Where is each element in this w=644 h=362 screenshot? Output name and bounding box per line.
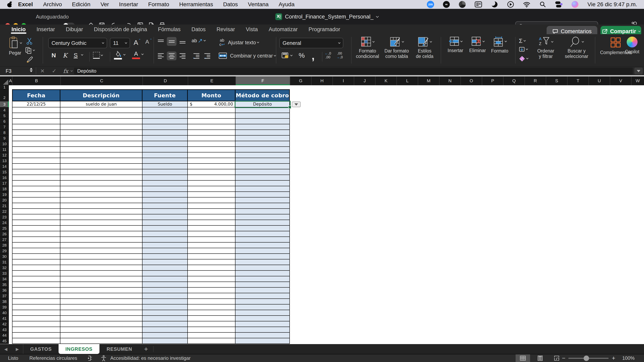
align-middle-button[interactable]	[167, 37, 176, 46]
column-header-K[interactable]: K	[375, 76, 396, 85]
row-header-7[interactable]: 7	[0, 124, 9, 130]
cell-E28[interactable]	[188, 243, 236, 248]
cell-E16[interactable]	[188, 175, 236, 181]
orientation-button[interactable]: ab	[192, 38, 206, 43]
align-bottom-button[interactable]	[178, 37, 187, 46]
decrease-decimal-button[interactable]: ,00→,0	[336, 51, 343, 59]
cell-E32[interactable]	[188, 265, 236, 271]
cell-F43[interactable]	[236, 327, 290, 333]
column-header-H[interactable]: H	[311, 76, 332, 85]
row-header-18[interactable]: 18	[0, 186, 9, 192]
zoom-level[interactable]: 100%	[622, 354, 634, 362]
cell-C42[interactable]	[60, 321, 142, 327]
cell-D38[interactable]	[142, 299, 188, 305]
font-size-select[interactable]: 11	[110, 38, 130, 48]
shrink-font-button[interactable]: Aˇ	[145, 39, 152, 45]
cell-D11[interactable]	[142, 147, 188, 152]
copy-button[interactable]	[25, 47, 34, 54]
column-header-G[interactable]: G	[290, 76, 311, 85]
ribbon-tab-inicio[interactable]: Inicio	[6, 24, 31, 34]
increase-decimal-button[interactable]: ←,0,00	[325, 51, 331, 59]
cell-F13[interactable]	[236, 158, 290, 164]
row-header-34[interactable]: 34	[0, 276, 9, 282]
row-header-25[interactable]: 25	[0, 226, 9, 231]
cell-D5[interactable]	[142, 113, 188, 119]
merge-center-button[interactable]: Combinar y centrar	[218, 52, 276, 59]
normal-view-button[interactable]	[516, 354, 530, 362]
column-header-M[interactable]: M	[418, 76, 439, 85]
cell-E23[interactable]	[188, 214, 236, 220]
cell-B26[interactable]	[12, 231, 60, 237]
font-color-button[interactable]: A	[132, 51, 143, 59]
menu-archivo[interactable]: Archivo	[38, 0, 67, 9]
cell-E33[interactable]	[188, 271, 236, 276]
cell-E7[interactable]	[188, 124, 236, 130]
zoom-in-button[interactable]: +	[612, 354, 616, 362]
align-right-button[interactable]	[178, 51, 187, 60]
cell-C36[interactable]	[60, 288, 142, 293]
copilot-button[interactable]: Copilot	[621, 37, 643, 54]
cell-E37[interactable]	[188, 293, 236, 299]
cell-E4[interactable]	[188, 107, 236, 113]
row-header-16[interactable]: 16	[0, 175, 9, 181]
cell-F26[interactable]	[236, 231, 290, 237]
expand-formula-bar-button[interactable]	[634, 67, 643, 74]
cell-E8[interactable]	[188, 130, 236, 136]
cell-C38[interactable]	[60, 299, 142, 305]
cell-C11[interactable]	[60, 147, 142, 152]
cell-F39[interactable]	[236, 305, 290, 310]
cell-B4[interactable]	[12, 107, 60, 113]
cell-B41[interactable]	[12, 316, 60, 321]
column-header-S[interactable]: S	[546, 76, 567, 85]
cell-E13[interactable]	[188, 158, 236, 164]
column-header-D[interactable]: D	[142, 76, 188, 85]
cell-C33[interactable]	[60, 271, 142, 276]
cell-E9[interactable]	[188, 136, 236, 141]
cell-D19[interactable]	[142, 192, 188, 198]
cell-C29[interactable]	[60, 248, 142, 254]
cell-E40[interactable]	[188, 310, 236, 316]
ribbon-tab-datos[interactable]: Datos	[186, 24, 211, 34]
clear-button[interactable]	[519, 55, 528, 61]
number-format-select[interactable]: General	[279, 38, 343, 48]
cell-D15[interactable]	[142, 169, 188, 175]
cut-button[interactable]	[26, 37, 33, 45]
column-header-A[interactable]: A	[9, 76, 12, 85]
cell-B12[interactable]	[12, 152, 60, 158]
cell-C9[interactable]	[60, 136, 142, 141]
menu-app-name[interactable]: Excel	[18, 0, 38, 9]
cell-D29[interactable]	[142, 248, 188, 254]
cell-D13[interactable]	[142, 158, 188, 164]
cell-C34[interactable]	[60, 276, 142, 282]
cell-styles-button[interactable]: Estilosde celda	[412, 36, 437, 59]
accessibility-status[interactable]: Accesibilidad: es necesario investigar	[110, 354, 190, 362]
cell-E43[interactable]	[188, 327, 236, 333]
drive-icon[interactable]	[459, 1, 466, 8]
cell-B29[interactable]	[12, 248, 60, 254]
spotlight-icon[interactable]	[539, 1, 546, 8]
cell-E19[interactable]	[188, 192, 236, 198]
sheet-tab-ingresos[interactable]: INGRESOS	[58, 344, 100, 354]
menu-bar-clock[interactable]: Vie 26 dic 9:47 p.m.	[588, 1, 637, 8]
cell-B45[interactable]	[12, 338, 60, 344]
cell-F11[interactable]	[236, 147, 290, 152]
cell-B16[interactable]	[12, 175, 60, 181]
column-header-R[interactable]: R	[524, 76, 546, 85]
cell-E21[interactable]	[188, 203, 236, 209]
menu-herramientas[interactable]: Herramientas	[174, 0, 218, 9]
document-title[interactable]: Control_Finance_System_Personal_	[275, 9, 378, 24]
cell-D27[interactable]	[142, 237, 188, 243]
cell-C5[interactable]	[60, 113, 142, 119]
cell-B8[interactable]	[12, 130, 60, 136]
cell-B23[interactable]	[12, 214, 60, 220]
row-header-3[interactable]: 3	[0, 101, 9, 107]
cell-C27[interactable]	[60, 237, 142, 243]
data-validation-dropdown-button[interactable]	[292, 102, 301, 107]
row-header-24[interactable]: 24	[0, 220, 9, 226]
cell-E36[interactable]	[188, 288, 236, 293]
cell-B32[interactable]	[12, 265, 60, 271]
format-painter-button[interactable]	[26, 56, 34, 63]
cell-E41[interactable]	[188, 316, 236, 321]
column-header-I[interactable]: I	[332, 76, 354, 85]
cell-F8[interactable]	[236, 130, 290, 136]
